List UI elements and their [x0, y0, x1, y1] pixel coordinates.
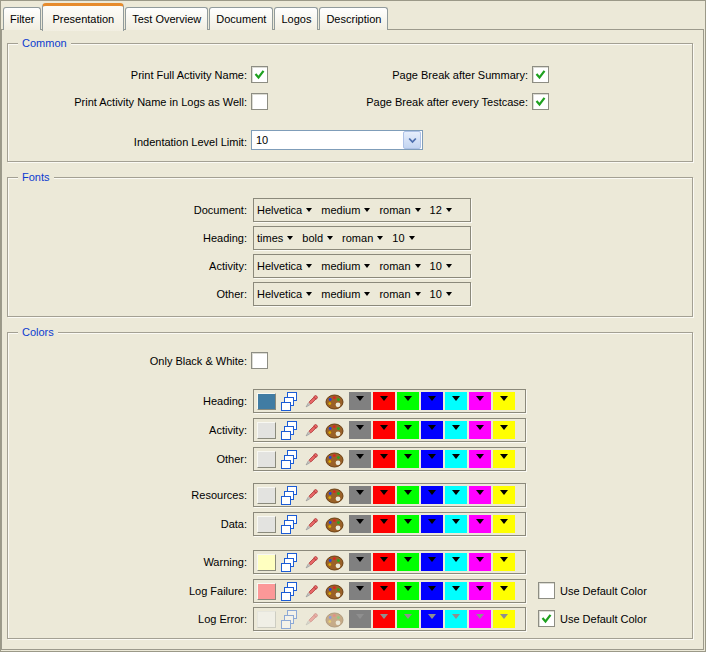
color-button-00ffff[interactable] [445, 421, 467, 439]
font-slant-dropdown[interactable]: roman [379, 288, 420, 300]
copy-icon[interactable] [280, 553, 298, 572]
font-slant-dropdown[interactable]: roman [379, 204, 420, 216]
color-button-ffff00[interactable] [493, 582, 515, 600]
copy-icon[interactable] [280, 450, 298, 469]
color-button-808080[interactable] [349, 486, 371, 504]
color-button-00ffff[interactable] [445, 486, 467, 504]
color-button-ffff00[interactable] [493, 421, 515, 439]
color-button-00ffff[interactable] [445, 582, 467, 600]
current-color-swatch[interactable] [257, 451, 276, 468]
color-button-00ff00[interactable] [397, 421, 419, 439]
color-button-00ff00[interactable] [397, 582, 419, 600]
font-weight-dropdown[interactable]: medium [321, 260, 370, 272]
font-weight-dropdown[interactable]: bold [302, 232, 333, 244]
font-size-dropdown[interactable]: 10 [430, 260, 452, 272]
color-button-00ffff[interactable] [445, 515, 467, 533]
combobox-dropdown-button[interactable] [403, 131, 421, 149]
color-button-00ff00[interactable] [397, 515, 419, 533]
color-button-0000ff[interactable] [421, 553, 443, 571]
page-break-after-every-testcase-checkbox[interactable] [532, 93, 549, 110]
color-button-00ff00[interactable] [397, 392, 419, 410]
color-button-ffff00[interactable] [493, 515, 515, 533]
copy-icon[interactable] [280, 486, 298, 505]
palette-icon[interactable] [325, 554, 344, 571]
palette-icon[interactable] [325, 516, 344, 533]
current-color-swatch[interactable] [257, 583, 276, 600]
copy-icon[interactable] [280, 421, 298, 440]
font-family-dropdown[interactable]: Helvetica [257, 204, 312, 216]
palette-icon[interactable] [325, 422, 344, 439]
tab-document[interactable]: Document [209, 7, 273, 30]
eyedropper-icon[interactable] [303, 583, 320, 600]
color-button-808080[interactable] [349, 515, 371, 533]
palette-icon[interactable] [325, 583, 344, 600]
palette-icon[interactable] [325, 451, 344, 468]
eyedropper-icon[interactable] [303, 516, 320, 533]
font-weight-dropdown[interactable]: medium [321, 288, 370, 300]
eyedropper-icon[interactable] [303, 487, 320, 504]
current-color-swatch[interactable] [257, 554, 276, 571]
color-button-808080[interactable] [349, 553, 371, 571]
font-weight-dropdown[interactable]: medium [321, 204, 370, 216]
tab-presentation[interactable]: Presentation [42, 3, 124, 31]
eyedropper-icon[interactable] [303, 422, 320, 439]
indentation-level-combobox[interactable]: 10 [251, 130, 423, 150]
tab-filter[interactable]: Filter [3, 7, 41, 30]
palette-icon[interactable] [325, 487, 344, 504]
color-button-0000ff[interactable] [421, 392, 443, 410]
copy-icon[interactable] [280, 582, 298, 601]
color-button-808080[interactable] [349, 450, 371, 468]
color-button-00ffff[interactable] [445, 392, 467, 410]
color-button-ff0000[interactable] [373, 515, 395, 533]
font-size-dropdown[interactable]: 10 [430, 288, 452, 300]
tab-logos[interactable]: Logos [274, 7, 318, 30]
copy-icon[interactable] [280, 392, 298, 411]
color-button-0000ff[interactable] [421, 582, 443, 600]
color-button-00ffff[interactable] [445, 450, 467, 468]
font-family-dropdown[interactable]: times [257, 232, 293, 244]
tab-test-overview[interactable]: Test Overview [125, 7, 208, 30]
color-button-808080[interactable] [349, 421, 371, 439]
eyedropper-icon[interactable] [303, 451, 320, 468]
palette-icon[interactable] [325, 393, 344, 410]
eyedropper-icon[interactable] [303, 393, 320, 410]
color-button-ff0000[interactable] [373, 392, 395, 410]
color-button-ff0000[interactable] [373, 421, 395, 439]
color-button-ffff00[interactable] [493, 553, 515, 571]
color-button-ff00ff[interactable] [469, 421, 491, 439]
color-button-0000ff[interactable] [421, 515, 443, 533]
color-button-0000ff[interactable] [421, 421, 443, 439]
color-button-00ff00[interactable] [397, 486, 419, 504]
current-color-swatch[interactable] [257, 422, 276, 439]
eyedropper-icon[interactable] [303, 554, 320, 571]
color-button-ffff00[interactable] [493, 392, 515, 410]
print-full-activity-name-checkbox[interactable] [251, 66, 268, 83]
current-color-swatch[interactable] [257, 487, 276, 504]
color-button-ff00ff[interactable] [469, 450, 491, 468]
print-activity-name-in-logs-as-well-checkbox[interactable] [251, 93, 268, 110]
color-button-ff00ff[interactable] [469, 553, 491, 571]
color-button-00ff00[interactable] [397, 450, 419, 468]
color-button-ffff00[interactable] [493, 450, 515, 468]
color-button-ff0000[interactable] [373, 553, 395, 571]
color-button-ff00ff[interactable] [469, 486, 491, 504]
color-button-0000ff[interactable] [421, 486, 443, 504]
color-button-808080[interactable] [349, 392, 371, 410]
current-color-swatch[interactable] [257, 393, 276, 410]
use-default-color-checkbox-log-error[interactable] [538, 610, 555, 627]
color-button-808080[interactable] [349, 582, 371, 600]
color-button-ff00ff[interactable] [469, 582, 491, 600]
font-size-dropdown[interactable]: 10 [392, 232, 414, 244]
use-default-color-checkbox-log-failure[interactable] [538, 582, 555, 599]
font-size-dropdown[interactable]: 12 [430, 204, 452, 216]
font-family-dropdown[interactable]: Helvetica [257, 288, 312, 300]
color-button-0000ff[interactable] [421, 450, 443, 468]
color-button-ff00ff[interactable] [469, 515, 491, 533]
tab-description[interactable]: Description [319, 7, 388, 30]
color-button-ff00ff[interactable] [469, 392, 491, 410]
color-button-00ff00[interactable] [397, 553, 419, 571]
copy-icon[interactable] [280, 515, 298, 534]
color-button-00ffff[interactable] [445, 553, 467, 571]
color-button-ffff00[interactable] [493, 486, 515, 504]
font-slant-dropdown[interactable]: roman [342, 232, 383, 244]
